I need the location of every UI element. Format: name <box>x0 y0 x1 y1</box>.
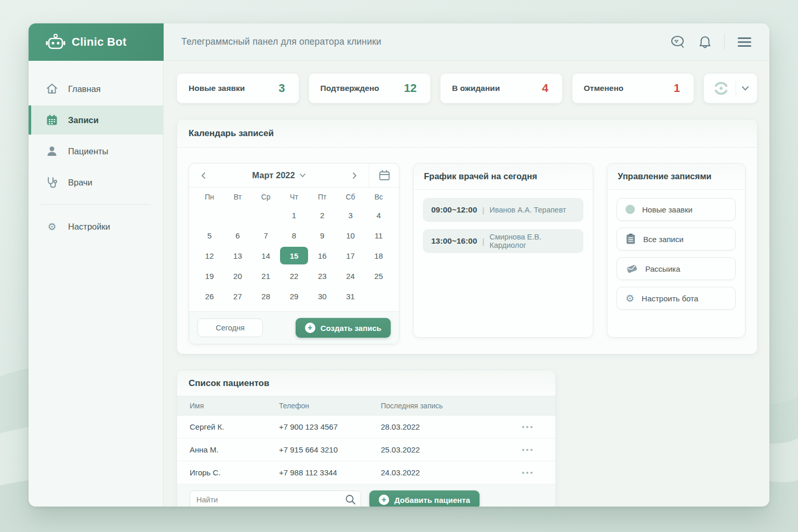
main-content: Новые заявки3Подтверждено12В ожидании4От… <box>164 61 769 507</box>
month-label: Март 2022 <box>252 170 295 180</box>
calendar-day-28[interactable]: 28 <box>252 287 280 305</box>
management-button-3[interactable]: ⚙Настроить бота <box>617 287 736 310</box>
calendar-day-25[interactable]: 25 <box>365 267 393 285</box>
doctor-schedule-0[interactable]: 09:00~12:00|Иванов А.А. Терапевт <box>423 198 583 222</box>
calendar-day-29[interactable]: 29 <box>280 287 308 305</box>
doctors-schedule-panel: Fрафик врачей на сегодня 09:00~12:00|Ива… <box>413 163 593 338</box>
calendar-day-18[interactable]: 18 <box>365 247 393 264</box>
stat-label: Новые заявки <box>189 84 245 93</box>
sidebar-item-2[interactable]: Пациенты <box>29 137 163 166</box>
stat-value: 3 <box>278 82 285 95</box>
calendar-day-8[interactable]: 8 <box>280 227 308 244</box>
calendar-day-30[interactable]: 30 <box>308 287 336 305</box>
next-month-button[interactable] <box>350 170 360 181</box>
calendar-day-7[interactable]: 7 <box>252 227 280 244</box>
calendar-day-15[interactable]: 15 <box>280 247 308 264</box>
sidebar-item-label: Врачи <box>68 178 92 188</box>
calendar-day-1[interactable]: 1 <box>280 206 308 224</box>
calendar-day-13[interactable]: 13 <box>223 247 251 264</box>
calendar-day-19[interactable]: 19 <box>195 267 223 285</box>
schedule-separator: | <box>482 206 484 215</box>
column-header: Телефон <box>279 402 381 410</box>
calendar-day-6[interactable]: 6 <box>223 227 251 244</box>
robot-logo-icon <box>45 33 66 51</box>
user-icon <box>46 145 58 157</box>
calendar-day-21[interactable]: 21 <box>252 267 280 285</box>
management-button-1[interactable]: Все записи <box>617 228 736 250</box>
row-actions-icon[interactable] <box>519 423 555 431</box>
brand-name: Clinic Bot <box>72 35 127 49</box>
calendar-day-27[interactable]: 27 <box>223 287 251 305</box>
sidebar: ГлавнаяЗаписиПациентыВрачи⚙Настройки <box>29 61 164 507</box>
calendar-day-12[interactable]: 12 <box>195 247 223 264</box>
sidebar-item-3[interactable]: Врачи <box>29 168 163 197</box>
today-button[interactable]: Сегодня <box>197 318 263 337</box>
weekday-label: Пт <box>308 193 336 201</box>
patients-title: Список пациентов <box>177 370 555 396</box>
calendar-day-4[interactable]: 4 <box>365 206 393 224</box>
calendar-day-23[interactable]: 23 <box>308 267 336 285</box>
stat-card-3[interactable]: Отменено1 <box>572 73 695 103</box>
patient-row-0[interactable]: Сергей К.+7 900 123 456728.03.2022 <box>177 416 555 438</box>
row-actions-icon[interactable] <box>519 446 555 454</box>
sidebar-item-label: Настройки <box>68 222 110 232</box>
patients-table-header: ИмяТелефонПоследняя запись <box>177 396 555 416</box>
chevron-down-icon <box>299 173 306 178</box>
calendar-day-24[interactable]: 24 <box>336 267 364 285</box>
bot-profile-dropdown[interactable] <box>703 73 757 103</box>
search-icon[interactable] <box>345 494 356 507</box>
doctor-schedule-1[interactable]: 13:00~16:00|Смирнова Е.В. Кардиолог <box>423 229 583 253</box>
management-button-label: Все записи <box>643 235 684 244</box>
calendar-day-16[interactable]: 16 <box>308 247 336 264</box>
chat-search-icon[interactable] <box>670 35 686 49</box>
menu-icon[interactable] <box>737 36 752 48</box>
patient-name: Сергей К. <box>190 422 279 431</box>
search-input[interactable] <box>190 490 361 507</box>
month-selector[interactable]: Март 2022 <box>208 170 350 180</box>
sidebar-item-label: Записи <box>68 115 99 125</box>
days-grid: 1234567891011121314151617181920212223242… <box>189 203 399 311</box>
stat-card-0[interactable]: Новые заявки3 <box>177 73 299 103</box>
calendar-day-20[interactable]: 20 <box>223 267 251 285</box>
calendar-day-5[interactable]: 5 <box>195 227 223 244</box>
patient-last-visit: 25.03.2022 <box>381 445 519 454</box>
create-record-button[interactable]: + Создать запись <box>296 318 391 338</box>
add-patient-button[interactable]: + Добавить пациента <box>369 490 480 507</box>
sidebar-item-0[interactable]: Главная <box>29 74 163 103</box>
circle-icon <box>626 205 635 214</box>
gear-icon: ⚙ <box>626 294 634 303</box>
calendar-section: Календарь записей Март 2022 <box>177 119 757 354</box>
calendar-widget: Март 2022 <box>189 163 400 344</box>
calendar-day-11[interactable]: 11 <box>365 227 393 244</box>
management-button-0[interactable]: Новые заавки <box>617 198 736 221</box>
calendar-day-17[interactable]: 17 <box>336 247 364 264</box>
patient-phone: +7 900 123 4567 <box>279 422 381 431</box>
weekday-label: Сб <box>336 193 364 201</box>
calendar-day-31[interactable]: 31 <box>336 287 364 305</box>
calendar-day-26[interactable]: 26 <box>195 287 223 305</box>
stat-card-1[interactable]: Подтверждено12 <box>309 73 431 103</box>
page-title: Телеграммсный панел для оператора клиник… <box>181 36 381 47</box>
sidebar-item-4[interactable]: ⚙Настройки <box>29 212 163 241</box>
stat-value: 4 <box>542 82 548 95</box>
patient-row-1[interactable]: Анна М.+7 915 664 321025.03.2022 <box>177 438 555 461</box>
calendar-day-10[interactable]: 10 <box>336 227 364 244</box>
brand-logo: Clinic Bot <box>29 23 164 61</box>
row-actions-icon[interactable] <box>519 469 555 477</box>
patient-name: Анна М. <box>190 445 279 454</box>
sidebar-divider <box>41 204 151 205</box>
bell-icon[interactable] <box>698 35 712 49</box>
calendar-day-3[interactable]: 3 <box>336 206 364 224</box>
calendar-day-9[interactable]: 9 <box>308 227 336 244</box>
prev-month-button[interactable] <box>198 170 208 181</box>
sidebar-item-1[interactable]: Записи <box>29 105 163 135</box>
management-button-2[interactable]: Рассыика <box>617 257 736 280</box>
calendar-view-button[interactable] <box>369 164 399 187</box>
calendar-day-14[interactable]: 14 <box>252 247 280 264</box>
stethoscope-icon <box>46 176 58 189</box>
calendar-day-2[interactable]: 2 <box>308 206 336 224</box>
calendar-day-22[interactable]: 22 <box>280 267 308 285</box>
column-header: Последняя запись <box>381 402 519 410</box>
patient-row-2[interactable]: Игорь С.+7 988 112 334424.03.2022 <box>177 461 555 484</box>
stat-card-2[interactable]: В ожидании4 <box>440 73 563 103</box>
